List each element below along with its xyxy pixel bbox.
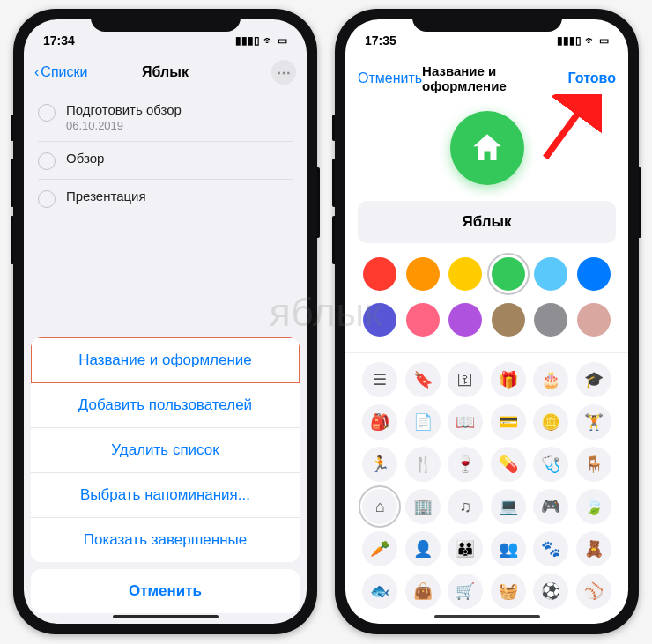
sheet-add-users[interactable]: Добавить пользователей: [31, 383, 300, 428]
reminder-title: Подготовить обзор: [66, 102, 182, 117]
person-icon[interactable]: 👤: [405, 531, 441, 566]
phone-left: 17:34 ▮▮▮▯ ᯤ ▭ ‹ Списки Яблык ⋯ Подготов…: [13, 9, 317, 634]
gamepad-icon[interactable]: 🎮: [533, 489, 568, 524]
key-icon[interactable]: ⚿: [448, 362, 483, 397]
cake-icon[interactable]: 🎂: [533, 362, 568, 397]
color-orange[interactable]: [406, 257, 440, 291]
group-icon[interactable]: 👥: [491, 531, 526, 566]
home-icon: [469, 130, 506, 167]
stethoscope-icon[interactable]: 🩺: [533, 447, 568, 482]
battery-icon: ▭: [278, 34, 287, 47]
gift-icon[interactable]: 🎁: [491, 362, 526, 397]
icon-picker: ☰🔖⚿🎁🎂🎓🎒📄📖💳🪙🏋🏃🍴🍷💊🩺🪑⌂🏢♫💻🎮🍃🥕👤👪👥🐾🧸🐟👜🛒🧺⚽⚾: [345, 362, 628, 623]
modal-title: Название и оформление: [422, 63, 567, 93]
selected-icon-preview: [450, 111, 524, 185]
chair-icon[interactable]: 🪑: [576, 447, 611, 482]
book-icon[interactable]: 📖: [448, 404, 483, 440]
color-red[interactable]: [363, 257, 396, 291]
wifi-icon: ᯤ: [585, 34, 596, 47]
color-gray[interactable]: [534, 303, 567, 337]
backpack-icon[interactable]: 🎒: [362, 404, 397, 440]
more-button[interactable]: ⋯: [271, 60, 296, 85]
divider: [345, 352, 628, 353]
cancel-button[interactable]: Отменить: [358, 70, 422, 86]
building-icon[interactable]: 🏢: [405, 489, 441, 524]
modal-header: Отменить Название и оформление Готово: [345, 55, 628, 104]
teddy-icon[interactable]: 🧸: [576, 531, 611, 566]
action-sheet: Название и оформление Добавить пользоват…: [24, 330, 307, 624]
sheet-show-completed[interactable]: Показать завершенные: [31, 518, 300, 562]
back-button[interactable]: ‹ Списки: [34, 64, 87, 80]
graduation-icon[interactable]: 🎓: [576, 362, 611, 397]
icon-preview: [345, 104, 628, 201]
color-indigo[interactable]: [363, 303, 396, 337]
reminder-row[interactable]: Обзор: [38, 142, 293, 180]
pills-icon[interactable]: 💊: [491, 447, 526, 482]
signal-icon: ▮▮▮▯: [235, 34, 260, 47]
bookmark-icon[interactable]: 🔖: [405, 362, 441, 397]
ellipsis-icon: ⋯: [277, 64, 291, 81]
sheet-select-reminders[interactable]: Выбрать напоминания...: [31, 473, 300, 518]
notch: [91, 9, 241, 32]
fish-icon[interactable]: 🐟: [362, 574, 397, 609]
status-time: 17:35: [365, 33, 396, 48]
reminder-date: 06.10.2019: [66, 119, 182, 132]
soccer-icon[interactable]: ⚽: [533, 574, 568, 609]
signal-icon: ▮▮▮▯: [557, 34, 582, 47]
checkbox-icon[interactable]: [38, 152, 56, 170]
document-icon[interactable]: 📄: [405, 404, 441, 440]
battery-icon: ▭: [599, 34, 609, 47]
wine-icon[interactable]: 🍷: [448, 447, 483, 482]
color-blue[interactable]: [577, 257, 611, 291]
color-rose[interactable]: [577, 303, 611, 337]
nav-bar: ‹ Списки Яблык ⋯: [24, 55, 307, 93]
sheet-cancel[interactable]: Отменить: [31, 569, 300, 613]
color-purple[interactable]: [448, 303, 482, 337]
basket-icon[interactable]: 🧺: [491, 574, 526, 609]
running-icon[interactable]: 🏃: [362, 447, 397, 482]
back-label: Списки: [41, 64, 87, 80]
home-indicator[interactable]: [434, 615, 540, 618]
list-icon[interactable]: ☰: [362, 362, 397, 397]
laptop-icon[interactable]: 💻: [491, 489, 526, 524]
color-yellow[interactable]: [448, 257, 482, 291]
page-title: Яблык: [142, 64, 189, 80]
color-picker: [345, 257, 628, 349]
phone-right: 17:35 ▮▮▮▯ ᯤ ▭ Отменить Название и оформ…: [335, 9, 639, 634]
list-name-input[interactable]: Яблык: [358, 201, 616, 243]
done-button[interactable]: Готово: [568, 70, 616, 86]
reminder-title: Презентация: [66, 189, 146, 204]
card-icon[interactable]: 💳: [491, 404, 526, 440]
fork-icon[interactable]: 🍴: [405, 447, 441, 482]
family-icon[interactable]: 👪: [448, 531, 483, 566]
status-time: 17:34: [43, 33, 75, 48]
paw-icon[interactable]: 🐾: [533, 531, 568, 566]
home-icon[interactable]: ⌂: [362, 489, 397, 524]
color-green[interactable]: [492, 257, 525, 291]
sheet-name-style[interactable]: Название и оформление: [31, 337, 300, 383]
checkbox-icon[interactable]: [38, 104, 56, 122]
coins-icon[interactable]: 🪙: [533, 404, 568, 440]
notch: [412, 9, 562, 32]
dumbbell-icon[interactable]: 🏋: [576, 404, 611, 440]
wifi-icon: ᯤ: [263, 34, 274, 47]
sheet-delete-list[interactable]: Удалить список: [31, 428, 300, 473]
reminder-row[interactable]: Подготовить обзор 06.10.2019: [38, 93, 293, 142]
checkbox-icon[interactable]: [38, 190, 56, 208]
color-pink[interactable]: [406, 303, 440, 337]
bag-icon[interactable]: 👜: [405, 574, 441, 609]
reminder-title: Обзор: [66, 151, 104, 166]
carrot-icon[interactable]: 🥕: [362, 531, 397, 566]
music-icon[interactable]: ♫: [448, 489, 483, 524]
color-brown[interactable]: [492, 303, 525, 337]
leaf-icon[interactable]: 🍃: [576, 489, 611, 524]
home-indicator[interactable]: [113, 615, 219, 618]
color-lightblue[interactable]: [534, 257, 567, 291]
chevron-left-icon: ‹: [34, 64, 39, 80]
reminder-list: Подготовить обзор 06.10.2019 Обзор Презе…: [24, 93, 307, 217]
reminder-row[interactable]: Презентация: [38, 180, 293, 217]
cart-icon[interactable]: 🛒: [448, 574, 483, 609]
baseball-icon[interactable]: ⚾: [576, 574, 611, 609]
